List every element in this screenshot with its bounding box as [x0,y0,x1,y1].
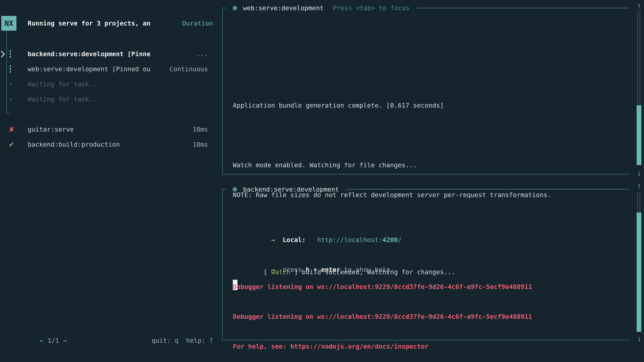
next-page-arrow-icon[interactable]: → [59,337,67,344]
task-duration: 18ms [192,126,208,133]
header-line [346,189,629,190]
pane-header: backend:serve:development [222,182,630,197]
sidebar-title: Running serve for 3 projects, an [28,19,150,27]
scroll-down-icon[interactable]: ↓ [635,169,643,177]
pane-web-serve-development[interactable]: web:serve:development Press <tab> to foc… [222,8,630,174]
quit-label: quit: [152,337,174,344]
help-key: ? [209,337,213,344]
log-line-watch: [ watch ] build succeeded, watching for … [233,249,627,265]
nx-tui-app: NX Running serve for 3 projects, an Dura… [0,0,644,362]
nx-logo: NX [1,16,16,31]
scroll-up-icon[interactable]: ↑ [635,181,643,190]
x-mark-icon: ✘ [9,125,14,133]
task-status: Continuous [170,65,208,73]
bracket: [ [264,268,271,276]
spinner-icon [10,65,11,73]
duration-column-header: Duration [182,19,213,27]
log-line-debugger-1: Debugger listening on ws://localhost:922… [233,279,627,294]
task-name: web:serve:development [Pinned ou [28,65,150,73]
pane-title: backend:serve:development [243,186,339,193]
watch-tag: watch [271,268,290,276]
task-name: backend:build:production [28,141,120,148]
spinner-icon [10,50,11,58]
help-label: help: [178,337,209,344]
pane-backend-serve-development[interactable]: backend:serve:development [ watch ] buil… [222,190,630,340]
task-row-waiting-1[interactable]: Waiting for task... [0,77,213,92]
task-name: Waiting for task... [28,80,100,88]
task-name: Waiting for task... [28,95,100,103]
task-name: guitar:serve [28,126,74,133]
pane-header: web:serve:development Press <tab> to foc… [222,0,630,15]
task-row-backend-serve[interactable]: backend:serve:development [Pinne ... [0,46,213,61]
log-line-bundle-complete: Application bundle generation complete. … [233,98,627,113]
scrollbar-thumb[interactable] [636,213,641,332]
page-indicator: 1/1 [48,337,59,344]
scroll-up-icon[interactable]: ↑ [635,1,643,10]
bracket: ] [290,268,302,276]
task-duration: 18ms [192,141,208,148]
scrollbar-thumb[interactable] [636,105,641,165]
check-mark-icon: ✔ [9,141,14,148]
pane-focus-hint: Press <tab> to focus [333,4,410,12]
task-row-waiting-2[interactable]: Waiting for task... [0,92,213,107]
scrollbar-track[interactable] [638,10,640,105]
log-line-debugger-2: Debugger listening on ws://localhost:922… [233,309,627,324]
header-line [417,8,629,8]
prev-page-arrow-icon[interactable]: ← [40,337,48,344]
sidebar-footer: ← 1/1 → quit: q help: ? [9,333,213,348]
watch-text: build succeeded, watching for changes... [302,268,455,276]
task-row-backend-build[interactable]: ✔ backend:build:production 18ms [0,137,213,152]
task-sidebar: NX Running serve for 3 projects, an Dura… [0,0,218,362]
task-name: backend:serve:development [Pinne [28,50,150,58]
task-status: ... [196,50,208,58]
task-status-dot-icon [232,6,237,10]
keyboard-hints: quit: q help: ? [121,330,213,352]
log-line-watch-mode: Watch mode enabled. Watching for file ch… [233,158,627,173]
scrollbar-track[interactable] [638,192,640,213]
waiting-bullet-icon [10,98,12,100]
task-row-guitar-serve[interactable]: ✘ guitar:serve 18ms [0,122,213,137]
log-line-inspector-help: For help, see: https://nodejs.org/en/doc… [233,339,627,354]
terminal-output: [ watch ] build succeeded, watching for … [233,205,627,362]
pager: ← 1/1 → [9,330,67,352]
selection-caret-icon [1,50,5,58]
task-row-web-serve[interactable]: web:serve:development [Pinned ou Continu… [0,61,213,77]
border-stub [222,189,226,190]
sidebar-header: Running serve for 3 projects, an Duratio… [28,16,213,31]
task-status-dot-icon [232,187,237,192]
quit-key: q [174,337,178,344]
scroll-down-icon[interactable]: ↓ [635,334,643,343]
border-stub [222,8,226,8]
waiting-bullet-icon [10,83,12,85]
pane-title: web:serve:development [243,4,324,12]
